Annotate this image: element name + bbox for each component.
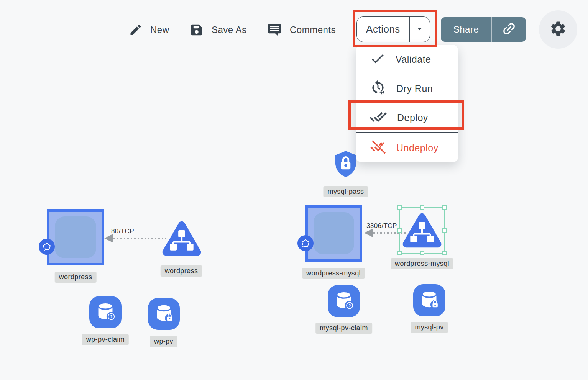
copy-link-button[interactable]: [491, 17, 526, 42]
menu-item-dry-run-label: Dry Run: [396, 83, 433, 94]
node-wp-pv[interactable]: [148, 298, 180, 330]
node-wordpress-mysql-service[interactable]: [402, 211, 442, 252]
dry-run-icon: [370, 79, 386, 98]
check-icon: [370, 51, 386, 68]
node-label-wordpress-service: wordpress: [161, 265, 202, 277]
actions-button-label: Actions: [357, 17, 409, 42]
menu-item-deploy[interactable]: Deploy: [356, 103, 458, 132]
edge-wordpress-80tcp-line: [113, 238, 166, 239]
edge-mysql-3306tcp-label: 3306/TCP: [366, 222, 397, 230]
menu-item-deploy-label: Deploy: [397, 112, 428, 123]
node-label-wp-pv-claim: wp-pv-claim: [82, 334, 129, 345]
node-mysql-pv[interactable]: [413, 284, 445, 316]
new-button[interactable]: New: [129, 19, 169, 41]
actions-dropdown-menu: Validate Dry Run Deploy Undeploy: [356, 45, 458, 162]
share-button-label: Share: [441, 17, 491, 42]
selection-handle[interactable]: [397, 228, 402, 233]
node-mysql-pass-secret[interactable]: [333, 150, 359, 180]
node-label-mysql-pv-claim: mysql-pv-claim: [315, 323, 372, 334]
share-button[interactable]: Share: [441, 17, 526, 42]
pod-pentagon-icon: [39, 239, 55, 255]
menu-item-undeploy[interactable]: Undeploy: [356, 133, 458, 162]
deployment-inner-pane: [55, 216, 96, 258]
menu-item-dry-run[interactable]: Dry Run: [356, 74, 458, 103]
shield-lock-icon: [333, 173, 359, 179]
menu-item-validate-label: Validate: [396, 54, 431, 65]
comments-button-label: Comments: [290, 25, 336, 35]
node-mysql-pv-claim[interactable]: ?: [328, 285, 360, 317]
selection-handle[interactable]: [442, 228, 447, 233]
pencil-icon: [129, 23, 143, 37]
new-button-label: New: [150, 25, 169, 35]
edge-wordpress-80tcp-arrowhead: [104, 234, 113, 242]
database-question-icon: ?: [89, 295, 122, 329]
node-label-mysql-pass: mysql-pass: [323, 186, 368, 197]
pod-pentagon-icon: [297, 235, 314, 251]
menu-item-undeploy-label: Undeploy: [396, 142, 439, 154]
service-triangle-icon: [162, 254, 202, 260]
node-wordpress-deployment[interactable]: [47, 209, 104, 265]
database-lock-icon: [148, 297, 180, 331]
edge-mysql-3306tcp-arrowhead: [364, 229, 373, 237]
link-icon: [501, 21, 517, 38]
selection-handle[interactable]: [442, 205, 447, 210]
svg-text:?: ?: [348, 303, 351, 308]
selection-handle[interactable]: [420, 205, 424, 210]
actions-caret-button[interactable]: [409, 17, 430, 42]
node-label-wordpress-mysql-deployment: wordpress-mysql: [302, 268, 365, 279]
service-triangle-icon: [402, 246, 442, 252]
save-as-button[interactable]: Save As: [189, 19, 247, 41]
actions-button[interactable]: Actions: [356, 16, 430, 42]
svg-text:?: ?: [110, 314, 113, 319]
node-label-wordpress-deployment: wordpress: [55, 272, 97, 283]
settings-button[interactable]: [539, 10, 577, 49]
selection-handle[interactable]: [442, 251, 447, 255]
database-question-icon: ?: [328, 284, 360, 318]
menu-item-validate[interactable]: Validate: [356, 45, 458, 74]
selection-handle[interactable]: [397, 251, 402, 255]
edge-wordpress-80tcp-label: 80/TCP: [111, 228, 134, 235]
selection-handle[interactable]: [397, 205, 402, 210]
save-icon: [189, 23, 204, 37]
comments-icon: [267, 22, 282, 38]
gear-icon: [549, 20, 567, 39]
save-as-button-label: Save As: [212, 25, 247, 35]
undeploy-icon: [370, 139, 386, 157]
comments-button[interactable]: Comments: [267, 19, 336, 41]
deployment-inner-pane: [314, 212, 354, 254]
node-label-wp-pv: wp-pv: [150, 336, 177, 347]
double-check-icon: [370, 108, 387, 127]
node-wordpress-service[interactable]: [162, 219, 202, 260]
database-lock-icon: [413, 283, 445, 317]
node-wordpress-mysql-deployment[interactable]: [305, 205, 362, 262]
node-label-mysql-pv: mysql-pv: [411, 322, 448, 333]
node-label-wordpress-mysql-service: wordpress-mysql: [391, 258, 453, 269]
chevron-down-icon: [415, 24, 425, 35]
node-wp-pv-claim[interactable]: ?: [89, 296, 122, 328]
